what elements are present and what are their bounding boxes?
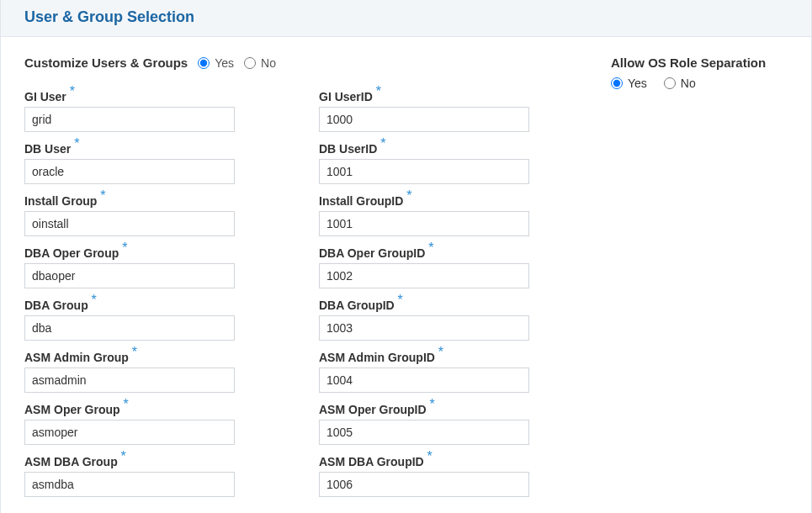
allow-no-label: No [681,77,696,90]
dbaoper-group-label: DBA Oper Group * [24,241,285,260]
required-icon: * [398,293,403,307]
db-userid-input[interactable] [319,159,529,184]
asmdba-groupid-input[interactable] [319,472,529,497]
allow-yes-radio[interactable] [611,77,623,89]
asmadmin-group-field: ASM Admin Group * [24,346,285,393]
customize-yes-radio[interactable] [198,57,210,69]
dbaoper-groupid-input[interactable] [319,263,529,288]
dbaoper-groupid-label: DBA Oper GroupID * [319,241,580,260]
required-icon: * [406,188,411,203]
required-icon: * [429,397,434,411]
allow-no-option[interactable]: No [664,77,696,90]
gi-user-field: GI User * [24,85,285,132]
allow-yes-option[interactable]: Yes [611,77,647,90]
dba-groupid-input[interactable] [319,315,529,341]
install-groupid-input[interactable] [319,211,529,236]
customize-yes-label: Yes [215,56,234,70]
dbaoper-group-field: DBA Oper Group * [24,241,285,288]
required-icon: * [376,84,381,98]
install-group-label: Install Group * [24,189,285,208]
asmdba-group-field: ASM DBA Group * [24,450,285,497]
allow-no-radio[interactable] [664,77,676,89]
customize-row: Customize Users & Groups Yes No [24,56,602,70]
required-icon: * [427,449,433,463]
gi-userid-field: GI UserID * [319,85,580,132]
asmdba-groupid-field: ASM DBA GroupID * [319,450,580,497]
required-icon: * [70,84,75,98]
dba-groupid-label: DBA GroupID * [319,294,580,312]
asmadmin-groupid-input[interactable] [319,368,529,393]
customize-no-radio[interactable] [244,57,256,69]
required-icon: * [74,136,79,151]
install-groupid-label: Install GroupID * [319,189,580,208]
asmdba-group-input[interactable] [24,472,235,497]
col-names: GI User * DB User * Install Group * DBA … [24,85,285,502]
db-user-field: DB User * [24,137,285,184]
gi-user-input[interactable] [24,107,235,132]
gi-userid-label: GI UserID * [319,85,580,103]
asmoper-group-field: ASM Oper Group * [24,398,285,445]
required-icon: * [100,188,105,203]
required-icon: * [428,241,433,255]
required-icon: * [438,345,443,359]
allow-radio-group: Yes No [611,77,788,90]
customize-radio-group: Yes No [198,56,276,70]
required-icon: * [380,136,385,151]
install-group-input[interactable] [24,211,235,236]
db-user-input[interactable] [24,159,235,184]
asmoper-groupid-label: ASM Oper GroupID * [319,398,580,416]
customize-no-label: No [261,56,276,70]
asmoper-group-input[interactable] [24,420,235,445]
required-icon: * [123,397,128,411]
asmoper-groupid-field: ASM Oper GroupID * [319,398,580,445]
fields-columns: GI User * DB User * Install Group * DBA … [24,85,602,502]
asmadmin-group-input[interactable] [24,368,235,393]
gi-userid-input[interactable] [319,107,529,132]
required-icon: * [121,449,126,463]
user-group-panel: User & Group Selection Customize Users &… [0,0,812,513]
asmadmin-groupid-field: ASM Admin GroupID * [319,346,580,393]
allow-yes-label: Yes [628,77,647,90]
allow-label: Allow OS Role Separation [611,56,788,70]
required-icon: * [92,293,97,307]
asmdba-groupid-label: ASM DBA GroupID * [319,450,580,468]
panel-header: User & Group Selection [1,0,811,37]
asmdba-group-label: ASM DBA Group * [24,450,285,468]
db-userid-field: DB UserID * [319,137,580,184]
dba-group-input[interactable] [24,315,235,341]
asmadmin-groupid-label: ASM Admin GroupID * [319,346,580,364]
customize-label: Customize Users & Groups [24,56,188,70]
col-ids: GI UserID * DB UserID * Install GroupID … [319,85,580,502]
dbaoper-groupid-field: DBA Oper GroupID * [319,241,580,288]
asmoper-group-label: ASM Oper Group * [24,398,285,416]
db-userid-label: DB UserID * [319,137,580,156]
dba-group-field: DBA Group * [24,294,285,341]
dba-groupid-field: DBA GroupID * [319,294,580,341]
right-area: Allow OS Role Separation Yes No [602,56,788,502]
left-area: Customize Users & Groups Yes No GI User [24,56,602,502]
required-icon: * [132,345,137,359]
gi-user-label: GI User * [24,85,285,103]
install-groupid-field: Install GroupID * [319,189,580,236]
asmadmin-group-label: ASM Admin Group * [24,346,285,364]
asmoper-groupid-input[interactable] [319,420,529,445]
required-icon: * [122,241,127,255]
panel-body: Customize Users & Groups Yes No GI User [1,37,811,513]
panel-title: User & Group Selection [24,8,794,26]
install-group-field: Install Group * [24,189,285,236]
db-user-label: DB User * [24,137,285,156]
customize-yes-option[interactable]: Yes [198,56,234,70]
customize-no-option[interactable]: No [244,56,276,70]
dbaoper-group-input[interactable] [24,263,235,288]
dba-group-label: DBA Group * [24,294,285,312]
